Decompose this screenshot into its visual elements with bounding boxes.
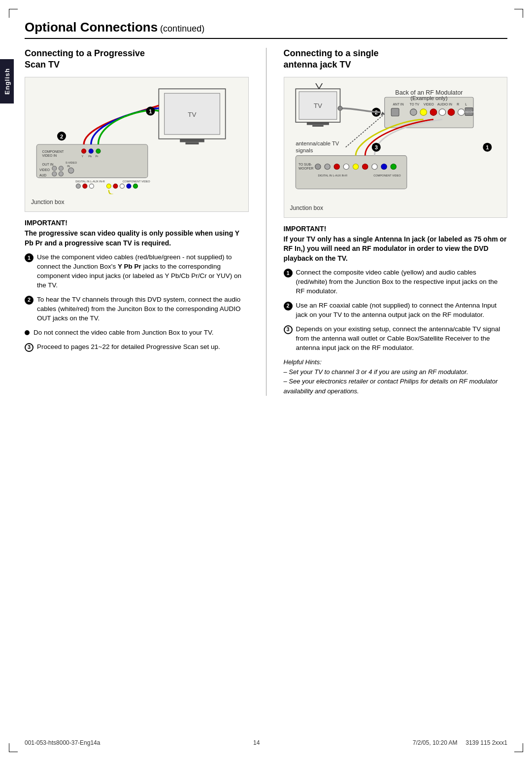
svg-point-71	[334, 164, 339, 169]
svg-point-20	[59, 172, 63, 176]
svg-point-57	[448, 109, 455, 116]
bullet-num-1: 1	[25, 253, 33, 262]
right-diagram: TV ANT IN TO TV VIDEO AUDIO IN R L	[284, 77, 508, 218]
svg-point-34	[113, 184, 118, 188]
svg-text:DIGITAL IN   L-AUX IN-R: DIGITAL IN L-AUX IN-R	[75, 179, 105, 182]
svg-text:COMPONENT: COMPONENT	[42, 150, 64, 153]
right-bullet-3: 3 Depends on your existing setup, connec…	[284, 325, 508, 353]
svg-point-8	[82, 149, 86, 153]
svg-point-53	[410, 109, 417, 116]
svg-point-35	[120, 184, 124, 188]
left-bullet-2: 2 To hear the TV channels through this D…	[25, 295, 249, 323]
svg-text:COMPONENT VIDEO: COMPONENT VIDEO	[123, 179, 150, 182]
footer: 001-053-hts8000-37-Eng14a 14 7/2/05, 10:…	[25, 739, 507, 746]
svg-text:Pr: Pr	[96, 155, 99, 158]
footer-date: 7/2/05, 10:20 AM	[413, 739, 458, 746]
right-column: Connecting to a single antenna jack TV T…	[284, 48, 508, 396]
svg-text:TO SUB-: TO SUB-	[298, 163, 311, 166]
left-column: Connecting to a Progressive Scan TV TV C…	[25, 48, 249, 396]
page-title: Optional Connections (continued)	[25, 20, 507, 39]
svg-text:AUD: AUD	[39, 173, 46, 177]
svg-text:ANT IN: ANT IN	[393, 103, 403, 106]
right-bullet-num-2: 2	[284, 302, 293, 311]
corner-mark-tr	[514, 9, 523, 18]
svg-text:COMPONENT VIDEO: COMPONENT VIDEO	[373, 174, 401, 177]
left-section-heading: Connecting to a Progressive Scan TV	[25, 48, 249, 71]
svg-point-76	[381, 164, 386, 169]
right-bullet-num-1: 1	[284, 269, 293, 277]
svg-point-72	[343, 164, 349, 169]
main-content: Optional Connections (continued) Connect…	[25, 15, 507, 396]
svg-point-36	[127, 184, 131, 188]
left-bullet-list: 1 Use the component video cables (red/bl…	[25, 253, 249, 351]
svg-point-37	[133, 184, 137, 188]
svg-text:Ch3 Ch4: Ch3 Ch4	[463, 110, 474, 113]
svg-line-82	[345, 114, 384, 147]
svg-point-17	[59, 166, 63, 171]
left-important-label: IMPORTANT!	[25, 219, 249, 227]
left-bullet-dot: Do not connect the video cable from Junc…	[25, 328, 249, 338]
left-diagram-label: Junction box	[31, 199, 242, 206]
right-diagram-label: Junction box	[290, 205, 501, 211]
right-bullet-list: 1 Connect the composite video cable (yel…	[284, 268, 508, 352]
svg-point-75	[371, 164, 377, 169]
svg-text:Pb: Pb	[88, 155, 92, 158]
right-bullet-num-3: 3	[284, 325, 293, 334]
do-not-connect-text: Do not connect the video cable from Junc…	[33, 328, 249, 338]
column-divider	[266, 48, 266, 396]
helpful-hints: Helpful Hints: – Set your TV to channel …	[284, 357, 508, 396]
right-bullet-1: 1 Connect the composite video cable (yel…	[284, 268, 508, 296]
svg-rect-41	[306, 122, 329, 125]
svg-text:WOOFER: WOOFER	[298, 167, 313, 170]
svg-rect-52	[391, 108, 399, 116]
page-title-continued: (continued)	[158, 24, 204, 34]
footer-left: 001-053-hts8000-37-Eng14a	[25, 739, 100, 746]
svg-point-69	[315, 164, 320, 169]
svg-line-44	[319, 83, 323, 89]
svg-text:TO TV: TO TV	[409, 103, 419, 106]
footer-page-number: 14	[253, 739, 260, 746]
svg-text:VIDEO IN: VIDEO IN	[42, 154, 57, 157]
footer-right: 7/2/05, 10:20 AM 3139 115 2xxx1	[413, 739, 507, 746]
page-title-text: Optional Connections	[25, 20, 158, 35]
svg-point-56	[439, 109, 446, 116]
svg-rect-4	[185, 142, 199, 144]
bullet-num-3: 3	[25, 343, 33, 352]
two-column-layout: Connecting to a Progressive Scan TV TV C…	[25, 48, 507, 396]
svg-text:1: 1	[486, 144, 489, 150]
svg-point-55	[430, 109, 437, 116]
svg-text:S-VIDEO: S-VIDEO	[66, 161, 77, 164]
footer-code: 3139 115 2xxx1	[466, 739, 507, 746]
svg-text:R: R	[457, 103, 459, 106]
svg-text:OUT  IN: OUT IN	[42, 163, 54, 166]
svg-text:signals: signals	[296, 147, 313, 153]
svg-marker-83	[380, 111, 384, 115]
svg-line-43	[315, 83, 319, 89]
svg-point-70	[324, 164, 330, 169]
svg-point-32	[89, 184, 94, 188]
right-important-label: IMPORTANT!	[284, 225, 508, 233]
svg-text:Y: Y	[82, 155, 84, 158]
svg-point-23	[68, 168, 74, 173]
svg-text:L: L	[465, 103, 467, 106]
svg-text:antenna/cable TV: antenna/cable TV	[296, 140, 339, 146]
bullet-num-2: 2	[25, 296, 33, 305]
svg-point-30	[76, 184, 80, 188]
svg-point-54	[420, 109, 427, 116]
svg-text:TV: TV	[188, 110, 196, 118]
svg-point-65	[337, 106, 342, 110]
corner-mark-tl	[9, 9, 18, 18]
right-diagram-svg: TV ANT IN TO TV VIDEO AUDIO IN R L	[290, 83, 501, 200]
helpful-hints-title: Helpful Hints:	[284, 357, 508, 367]
svg-rect-3	[180, 139, 204, 142]
svg-text:TV: TV	[313, 102, 322, 109]
svg-text:VIDEO: VIDEO	[423, 103, 433, 106]
svg-text:(Example only): (Example only)	[410, 95, 447, 101]
language-label: English	[3, 68, 11, 95]
svg-text:2: 2	[60, 133, 63, 139]
svg-point-19	[52, 172, 57, 176]
bullet-dot-1	[25, 330, 30, 335]
svg-rect-66	[296, 155, 407, 189]
svg-rect-42	[312, 125, 324, 126]
svg-point-10	[96, 149, 100, 153]
